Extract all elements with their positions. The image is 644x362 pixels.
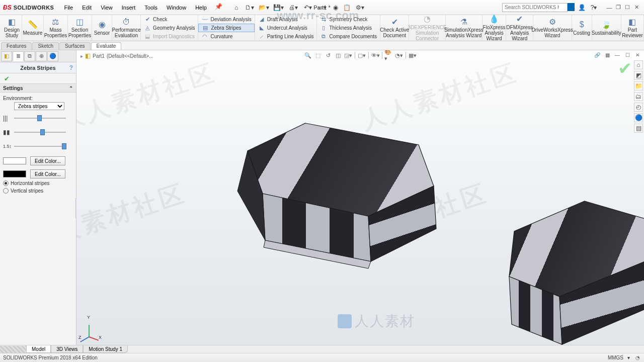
edit-color2-button[interactable]: Edit Color... bbox=[30, 169, 65, 178]
doc-minimize-icon[interactable]: — bbox=[613, 51, 622, 58]
horizontal-stripes-radio[interactable]: Horizontal stripes bbox=[3, 180, 73, 186]
cmd-measure[interactable]: 📏Measure bbox=[22, 15, 44, 41]
propertymanager-tab-icon[interactable]: ≣ bbox=[13, 51, 24, 61]
cmd-perf-eval[interactable]: ⏱Performance Evaluation bbox=[112, 15, 141, 41]
open-icon[interactable]: 📂▾ bbox=[258, 3, 271, 13]
task-props-icon[interactable]: ▤ bbox=[634, 124, 643, 133]
pm-section-settings[interactable]: Settings⌃ bbox=[0, 83, 76, 93]
cmd-parting-line-analysis[interactable]: ⟋Parting Line Analysis bbox=[255, 32, 317, 41]
doc-sheet-icon[interactable]: ▦ bbox=[603, 51, 612, 58]
stripe-width-slider[interactable] bbox=[14, 131, 66, 134]
cmd-costing[interactable]: $Costing bbox=[572, 15, 592, 41]
cmd-floxpress[interactable]: 💧FloXpress Analysis Wizard bbox=[482, 15, 507, 41]
help-search-go[interactable] bbox=[568, 3, 575, 11]
hide-show-icon[interactable]: 👁▾ bbox=[371, 51, 380, 60]
cmd-deviation-analysis[interactable]: 〰Deviation Analysis bbox=[198, 15, 254, 24]
cmd-compare-documents[interactable]: ⧉Compare Documents bbox=[317, 32, 379, 41]
menu-edit[interactable]: Edit bbox=[78, 3, 96, 12]
tab-sketch[interactable]: Sketch bbox=[32, 42, 59, 50]
stripe-count-slider[interactable] bbox=[14, 117, 66, 120]
zoom-area-icon[interactable]: ⬚ bbox=[313, 51, 323, 60]
new-icon[interactable]: 🗋▾ bbox=[243, 3, 256, 13]
view-orient-icon[interactable]: ◲▾ bbox=[344, 51, 353, 60]
task-library-icon[interactable]: 📁 bbox=[634, 81, 643, 90]
maximize-icon[interactable]: ☐ bbox=[623, 4, 632, 12]
cmd-sensor[interactable]: ◉Sensor bbox=[92, 15, 112, 41]
close-icon[interactable]: ✕ bbox=[632, 4, 641, 12]
partrev-icon: ◧ bbox=[628, 18, 636, 27]
display-tab-icon[interactable]: 🔵 bbox=[47, 51, 58, 61]
restore-icon[interactable]: ❐ bbox=[614, 4, 623, 12]
status-units[interactable]: MMGS bbox=[608, 355, 623, 360]
menu-insert[interactable]: Insert bbox=[118, 3, 140, 12]
breadcrumb[interactable]: ▸ ◧ Part1 (Default<<Default>... bbox=[80, 52, 153, 59]
scene-icon[interactable]: ◔▾ bbox=[394, 51, 404, 60]
task-resources-icon[interactable]: ◩ bbox=[634, 71, 643, 80]
task-appearance-icon[interactable]: 🔵 bbox=[634, 113, 643, 122]
minimize-icon[interactable]: — bbox=[605, 4, 614, 12]
pm-environment-select[interactable]: Zebra stripes bbox=[14, 102, 64, 110]
doc-maximize-icon[interactable]: ☐ bbox=[623, 51, 632, 58]
cmd-dfmxpress[interactable]: ✔DFMXpress Analysis Wizard bbox=[506, 15, 533, 41]
doc-link-icon[interactable]: 🔗 bbox=[593, 51, 602, 58]
display-style-icon[interactable]: ▢▾ bbox=[357, 51, 366, 60]
check-icon: ✔ bbox=[144, 16, 151, 23]
doc-close-icon[interactable]: ✕ bbox=[633, 51, 642, 58]
units-dropdown-icon[interactable]: ▾ bbox=[627, 355, 630, 360]
prev-view-icon[interactable]: ↺ bbox=[324, 51, 333, 60]
dimxpert-tab-icon[interactable]: ⊕ bbox=[36, 51, 47, 61]
cmd-thickness-analysis[interactable]: ▯Thickness Analysis bbox=[317, 24, 379, 32]
task-view-icon[interactable]: ◴ bbox=[634, 103, 643, 112]
graphics-viewport[interactable]: 人人素材社区 人人素材社区 人人素材社区 人人素材社区 ▸ ◧ Part1 (D… bbox=[76, 50, 644, 346]
configmanager-tab-icon[interactable]: ⧉ bbox=[24, 51, 35, 61]
cmd-geometry-analysis[interactable]: ◬Geometry Analysis bbox=[141, 24, 198, 32]
pm-help-icon[interactable]: ? bbox=[69, 64, 73, 71]
cmd-part-reviewer[interactable]: ◧Part Reviewer bbox=[621, 15, 644, 41]
menu-view[interactable]: View bbox=[97, 3, 117, 12]
orientation-triad[interactable]: YXZ bbox=[84, 319, 104, 339]
home-icon[interactable]: ⌂ bbox=[231, 3, 242, 13]
task-explorer-icon[interactable]: 🗂 bbox=[634, 92, 643, 101]
appearance-icon[interactable]: 🎨▾ bbox=[384, 51, 393, 60]
stripe-precision-slider[interactable] bbox=[14, 145, 66, 148]
breadcrumb-expand-icon[interactable]: ▸ bbox=[80, 53, 83, 59]
help-search-input[interactable] bbox=[502, 3, 568, 12]
cmd-simxpress[interactable]: ⚗SimulationXpress Analysis Wizard bbox=[446, 15, 482, 41]
login-icon[interactable]: 👤 bbox=[577, 3, 587, 13]
menu-help[interactable]: Help bbox=[191, 3, 211, 12]
featuretree-tab-icon[interactable]: ◧ bbox=[1, 51, 12, 61]
cmd-undercut-analysis[interactable]: ◣Undercut Analysis bbox=[255, 24, 317, 32]
sheet-tab-motion1[interactable]: Motion Study 1 bbox=[83, 345, 128, 353]
color2-swatch[interactable] bbox=[3, 170, 26, 177]
cmd-zebra-stripes[interactable]: ▤Zebra Stripes bbox=[198, 24, 254, 32]
cmd-check-active-doc[interactable]: ✔Check Active Document bbox=[380, 15, 409, 41]
pin-icon[interactable]: 📌 bbox=[215, 3, 222, 12]
menu-file[interactable]: File bbox=[60, 3, 77, 12]
task-home-icon[interactable]: ⌂ bbox=[634, 60, 643, 69]
tab-evaluate[interactable]: Evaluate bbox=[91, 42, 122, 50]
pm-accept-button[interactable]: ✔ bbox=[0, 73, 76, 83]
menu-tools[interactable]: Tools bbox=[140, 3, 162, 12]
cmd-section-props[interactable]: ◫Section Properties bbox=[68, 15, 92, 41]
tab-features[interactable]: Features bbox=[1, 42, 32, 50]
cmd-mass-props[interactable]: ⚖Mass Properties bbox=[44, 15, 68, 41]
cmd-design-study[interactable]: ◧Design Study bbox=[2, 15, 22, 41]
menu-window[interactable]: Window bbox=[163, 3, 190, 12]
section-view-icon[interactable]: ◫ bbox=[334, 51, 343, 60]
confirm-corner-icon[interactable]: ✔ bbox=[618, 58, 632, 78]
cmd-curvature[interactable]: ◠Curvature bbox=[198, 32, 254, 41]
sustain-icon: 🍃 bbox=[601, 20, 611, 29]
sheet-tab-model[interactable]: Model bbox=[26, 345, 51, 353]
zoom-fit-icon[interactable]: 🔍 bbox=[303, 51, 312, 60]
cmd-check[interactable]: ✔Check bbox=[141, 15, 198, 24]
help-icon[interactable]: ?▾ bbox=[589, 3, 599, 13]
edit-color1-button[interactable]: Edit Color... bbox=[30, 156, 65, 165]
status-edit-icon[interactable]: ◔ bbox=[634, 354, 641, 361]
vertical-stripes-radio[interactable]: Vertical stripes bbox=[3, 188, 73, 194]
tab-surfaces[interactable]: Surfaces bbox=[59, 42, 90, 50]
cmd-driveworksxpress[interactable]: ⚙DriveWorksXpress Wizard bbox=[533, 15, 572, 41]
view-settings-icon[interactable]: ▦▾ bbox=[408, 51, 417, 60]
sheet-tab-3dviews[interactable]: 3D Views bbox=[51, 345, 83, 353]
color1-swatch[interactable] bbox=[3, 157, 26, 164]
cmd-sustainability[interactable]: 🍃Sustainability bbox=[592, 15, 621, 41]
